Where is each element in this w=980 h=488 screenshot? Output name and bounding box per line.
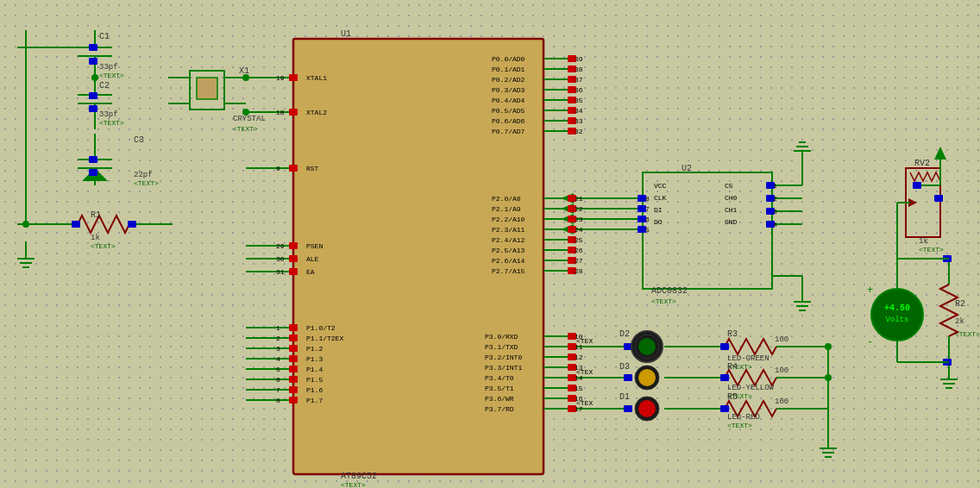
x1-label: X1 <box>239 66 249 76</box>
schematic-canvas: +4.50 Volts <box>0 0 980 488</box>
pin-p26: P2.6/A14 <box>492 257 525 265</box>
svg-rect-174 <box>128 221 136 228</box>
r5-value: 100 <box>775 397 788 406</box>
pinnum-32: 32 <box>575 128 583 135</box>
svg-rect-181 <box>913 182 921 189</box>
r5-text-placeholder: <TEXT> <box>727 422 752 429</box>
svg-rect-149 <box>289 255 298 262</box>
pinnum-18: 18 <box>276 109 285 116</box>
svg-rect-148 <box>289 242 298 249</box>
svg-rect-173 <box>72 221 80 228</box>
pinnum-26: 26 <box>575 247 583 254</box>
svg-rect-172 <box>89 169 97 176</box>
r4-label: R4 <box>727 362 738 372</box>
pin-p02: P0.2/AD2 <box>492 76 525 84</box>
pinnum-22: 22 <box>575 205 583 213</box>
c2-value: 33pf <box>99 110 118 119</box>
pinnum-36: 36 <box>575 86 583 94</box>
pin-p15: P1.5 <box>306 376 323 384</box>
pinnum-38: 38 <box>575 66 583 73</box>
d2-label: D2 <box>619 329 630 339</box>
u2-vcc: VCC <box>654 182 667 190</box>
svg-rect-153 <box>289 345 298 352</box>
svg-point-197 <box>242 74 249 81</box>
svg-rect-158 <box>289 397 298 404</box>
r1-text-placeholder: <TEXT> <box>91 242 116 250</box>
d2-tex-left: <TEX <box>576 337 593 345</box>
svg-text:Volts: Volts <box>885 316 908 324</box>
pinnum-2: 2 <box>276 335 280 342</box>
rv2-value: 1k <box>919 237 928 246</box>
u2-di: DI <box>654 206 663 214</box>
d1-tex-left: <TEX <box>576 399 593 407</box>
r3-value: 100 <box>775 335 788 344</box>
svg-rect-68 <box>643 172 772 289</box>
u2-label: U2 <box>682 164 692 173</box>
pinnum-29: 29 <box>276 242 285 250</box>
svg-point-112 <box>871 289 923 341</box>
rv2-label: RV2 <box>914 159 930 168</box>
pinnum-4: 4 <box>276 355 280 363</box>
u2-gnd: GND <box>725 218 738 226</box>
pinnum-8: 8 <box>276 397 280 404</box>
svg-rect-154 <box>289 355 298 362</box>
voltmeter-minus: - <box>867 336 873 348</box>
svg-rect-177 <box>624 405 632 412</box>
u2-ch0: CH0 <box>725 194 738 202</box>
x1-text-placeholder: <TEXT> <box>233 125 258 133</box>
pinnum-21: 21 <box>575 195 583 203</box>
pin-p30: P3.0/RXD <box>485 333 518 341</box>
pinnum-24: 24 <box>575 226 583 234</box>
svg-rect-171 <box>89 156 97 163</box>
pin-p16: P1.6 <box>306 386 323 394</box>
svg-point-199 <box>825 374 832 381</box>
svg-rect-152 <box>289 335 298 341</box>
pin-p12: P1.2 <box>306 345 323 353</box>
u2-pinnum-7: 7 <box>645 205 650 213</box>
c1-text-placeholder: <TEXT> <box>99 72 124 79</box>
pin-p05: P0.5/AD5 <box>492 107 525 115</box>
d1-label: D1 <box>619 392 630 402</box>
pin-p06: P0.6/AD6 <box>492 117 525 125</box>
pinnum-15: 15 <box>575 385 583 392</box>
svg-rect-145 <box>289 74 298 81</box>
pinnum-39: 39 <box>575 55 583 63</box>
r4-part: LED-YELLOW <box>727 384 775 392</box>
pin-p00: P0.0/AD0 <box>492 55 525 63</box>
u1-part-label: AT89C52 <box>341 472 377 481</box>
pin-p25: P2.5/A13 <box>492 247 525 254</box>
pin-p17: P1.7 <box>306 397 323 404</box>
pinnum-23: 23 <box>575 216 583 223</box>
u2-pinnum-1: 1 <box>773 182 777 190</box>
r1-value: 1k <box>91 234 100 242</box>
d3-tex-left: <TEX <box>576 368 593 376</box>
u2-pinnum-3: 3 <box>773 208 777 216</box>
pinnum-27: 27 <box>575 257 583 265</box>
pin-ea: EA <box>306 268 315 276</box>
c3-label: C3 <box>134 135 144 145</box>
u2-text-placeholder: <TEXT> <box>651 297 676 305</box>
u2-part-label: ADC0832 <box>651 286 688 296</box>
svg-marker-202 <box>934 147 946 160</box>
c1-label: C1 <box>99 32 110 41</box>
u2-do: DO <box>654 218 663 226</box>
u2-pinnum-2: 2 <box>773 195 777 203</box>
svg-rect-19 <box>197 78 217 99</box>
c2-text-placeholder: <TEXT> <box>99 119 124 127</box>
pinnum-6: 6 <box>276 376 280 384</box>
pinnum-25: 25 <box>575 236 583 244</box>
pinnum-30: 30 <box>276 255 285 263</box>
svg-rect-179 <box>720 374 729 381</box>
pin-p01: P0.1/AD1 <box>492 66 525 73</box>
svg-point-195 <box>22 221 29 228</box>
pin-p20: P2.0/A8 <box>492 195 521 203</box>
pinnum-35: 35 <box>575 97 583 104</box>
svg-rect-178 <box>720 343 729 350</box>
svg-text:+4.50: +4.50 <box>884 303 910 313</box>
pin-ale: ALE <box>306 255 319 263</box>
pin-p11: P1.1/T2EX <box>306 335 343 342</box>
svg-rect-151 <box>289 324 298 331</box>
pinnum-31: 31 <box>276 268 285 276</box>
u2-clk: CLK <box>654 194 667 202</box>
svg-rect-150 <box>289 268 298 275</box>
